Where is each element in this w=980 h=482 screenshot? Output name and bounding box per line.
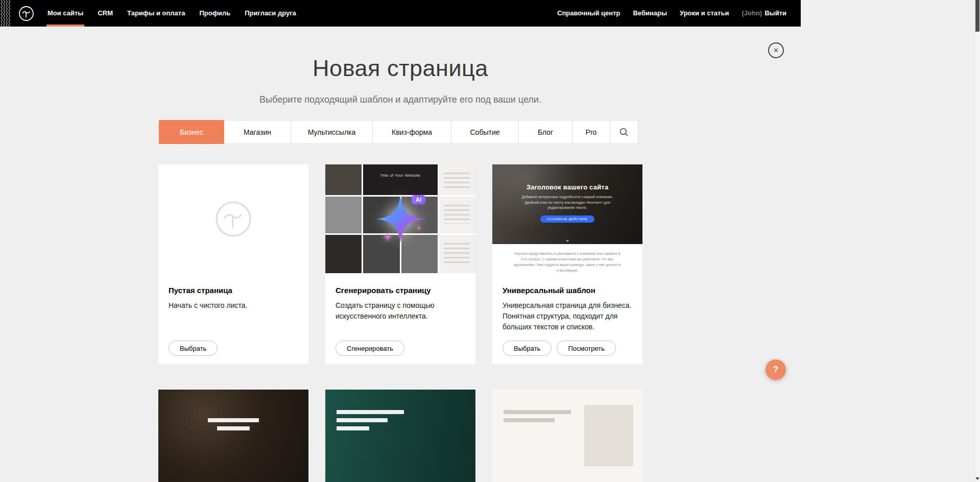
nav-item-help-center[interactable]: Справочный центр xyxy=(557,0,620,27)
template-cta-button: Основное действие xyxy=(540,215,594,223)
card-ai-generate: Title of Your Website xyxy=(325,164,475,364)
card-title: Универсальный шаблон xyxy=(503,286,632,295)
card-body: Универсальный шаблон Универсальная стран… xyxy=(492,273,642,364)
tab-quiz-form[interactable]: Квиз-форма xyxy=(372,120,451,144)
template-grid: Пустая страница Начать с чистого листа. … xyxy=(158,164,642,482)
card-blank-page: Пустая страница Начать с чистого листа. … xyxy=(158,164,308,364)
ai-badge: AI xyxy=(412,195,425,204)
card-description: Универсальная страница для бизнеса. Поня… xyxy=(503,300,632,332)
ai-preview: Title of Your Website xyxy=(325,164,475,273)
template-text-lines xyxy=(208,418,259,430)
tab-event[interactable]: Событие xyxy=(451,120,519,144)
chevron-down-icon: ⌄ xyxy=(565,236,570,243)
tilda-watermark-icon xyxy=(214,200,252,238)
template-hero-subtitle: Добавьте интересные подробности о вашей … xyxy=(517,195,617,211)
template-body: Коротко представьтесь и расскажите о ком… xyxy=(492,251,642,273)
tab-store[interactable]: Магазин xyxy=(224,120,291,144)
user-area: (John) Выйти xyxy=(742,0,786,27)
choose-universal-button[interactable]: Выбрать xyxy=(503,341,552,356)
scrollbar-thumb[interactable] xyxy=(975,0,979,32)
page-title: Новая страница xyxy=(0,55,801,82)
tab-blog[interactable]: Блог xyxy=(518,120,572,144)
card-universal-template: Заголовок вашего сайта Добавьте интересн… xyxy=(492,164,642,364)
user-name: (John) xyxy=(742,0,762,27)
template-dark-preview xyxy=(158,390,308,482)
template-text-lines xyxy=(337,410,404,430)
template-teal-image xyxy=(325,390,475,482)
nav-item-lessons[interactable]: Уроки и статьи xyxy=(680,0,729,27)
app-window: Мои сайты CRM Тарифы и оплата Профиль Пр… xyxy=(0,0,801,482)
generate-button[interactable]: Сгенерировать xyxy=(336,341,404,356)
new-page-panel: Новая страница Выберите подходящий шабло… xyxy=(0,55,801,482)
question-icon: ? xyxy=(773,365,778,374)
screen: Мои сайты CRM Тарифы и оплата Профиль Пр… xyxy=(0,0,980,482)
card-body: Пустая страница Начать с чистого листа. … xyxy=(158,273,308,364)
card-template-teal[interactable] xyxy=(325,390,475,482)
card-template-dark[interactable] xyxy=(158,390,308,482)
arrow-down-icon xyxy=(975,477,979,480)
template-paragraph: Коротко представьтесь и расскажите о ком… xyxy=(513,251,622,273)
nav-item-tariffs[interactable]: Тарифы и оплата xyxy=(127,0,185,27)
ai-spark-overlay: AI xyxy=(325,164,475,273)
page-subtitle: Выберите подходящий шаблон и адаптируйте… xyxy=(0,94,801,105)
card-title: Пустая страница xyxy=(169,286,298,295)
nav-item-my-sites[interactable]: Мои сайты xyxy=(47,0,83,27)
template-light-image xyxy=(492,390,642,482)
tab-business[interactable]: Бизнес xyxy=(159,120,224,144)
primary-nav: Мои сайты CRM Тарифы и оплата Профиль Пр… xyxy=(47,0,296,27)
template-category-tabs: Бизнес Магазин Мультиссылка Квиз-форма С… xyxy=(159,120,642,144)
nav-item-profile[interactable]: Профиль xyxy=(199,0,230,27)
scrollbar[interactable] xyxy=(974,0,980,482)
tilda-logo[interactable] xyxy=(18,6,34,21)
template-hero-title: Заголовок вашего сайта xyxy=(492,164,642,191)
help-button[interactable]: ? xyxy=(766,359,786,380)
ai-star-small-icon xyxy=(382,231,393,243)
card-body: Сгенерировать страницу Создать страницу … xyxy=(325,273,475,364)
top-navigation-bar: Мои сайты CRM Тарифы и оплата Профиль Пр… xyxy=(0,0,801,27)
tab-search[interactable] xyxy=(610,120,638,144)
secondary-nav: Справочный центр Вебинары Уроки и статьи… xyxy=(557,0,786,27)
card-description: Начать с чистого листа. xyxy=(169,300,298,311)
logout-link[interactable]: Выйти xyxy=(764,0,786,27)
nav-item-invite-friend[interactable]: Пригласи друга xyxy=(245,0,296,27)
search-icon xyxy=(619,128,629,137)
preview-universal-button[interactable]: Посмотреть xyxy=(557,341,616,356)
close-button[interactable]: ✕ xyxy=(768,42,784,58)
scroll-down-button[interactable] xyxy=(975,475,980,482)
zigzag-pattern-icon xyxy=(0,0,10,27)
template-dark-image xyxy=(158,390,308,482)
template-text-lines xyxy=(504,410,571,422)
close-icon: ✕ xyxy=(773,46,779,54)
universal-preview: Заголовок вашего сайта Добавьте интересн… xyxy=(492,164,642,273)
template-light-preview xyxy=(492,390,642,482)
template-image-block xyxy=(584,405,633,466)
template-teal-preview xyxy=(325,390,475,482)
nav-item-crm[interactable]: CRM xyxy=(98,0,113,27)
nav-item-webinars[interactable]: Вебинары xyxy=(633,0,667,27)
tab-multilink[interactable]: Мультиссылка xyxy=(291,120,373,144)
choose-blank-button[interactable]: Выбрать xyxy=(169,341,218,356)
tab-pro[interactable]: Pro xyxy=(572,120,610,144)
card-description: Создать страницу с помощью искусственног… xyxy=(336,300,465,322)
ai-star-tiny-icon xyxy=(416,225,422,231)
blank-preview xyxy=(158,164,308,273)
template-hero: Заголовок вашего сайта Добавьте интересн… xyxy=(492,164,642,244)
card-template-light[interactable] xyxy=(492,390,642,482)
card-title: Сгенерировать страницу xyxy=(336,286,465,295)
